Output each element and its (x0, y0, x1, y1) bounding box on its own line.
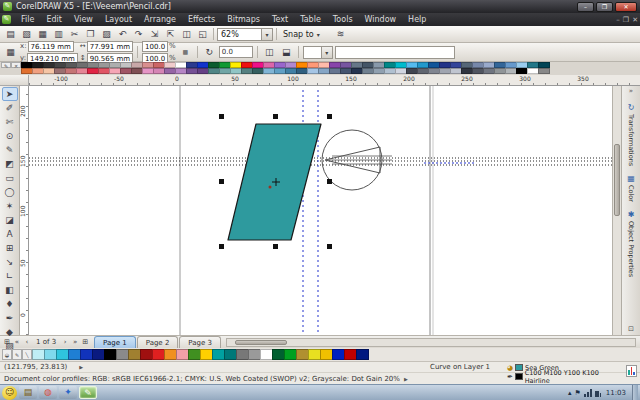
pencil-tip-lower-edge[interactable] (325, 160, 380, 173)
docker-collapse-icon[interactable]: » (629, 87, 633, 95)
paste-button[interactable]: ▨ (99, 27, 114, 41)
taskbar-explorer-icon[interactable]: ▤ (19, 386, 37, 399)
rotation-angle-field[interactable]: 0.0 (219, 46, 253, 58)
tool-blend[interactable]: ◧ (2, 283, 18, 297)
import-button[interactable]: ⇲ (147, 27, 162, 41)
menu-help[interactable]: Help (402, 15, 432, 24)
clock[interactable]: 11:03 (606, 389, 626, 397)
object-x-field[interactable]: 76.119 mm (28, 41, 74, 52)
color-swatch[interactable] (356, 349, 369, 360)
tool-basic-shapes[interactable]: ◪ (2, 213, 18, 227)
mirror-horizontal-button[interactable]: ◫ (262, 45, 277, 59)
tool-smart-fill[interactable]: ◩ (2, 157, 18, 171)
outline-width-combo[interactable]: ▾ (303, 46, 333, 59)
undo-button[interactable]: ↶ (115, 27, 130, 41)
print-button[interactable]: ▥ (51, 27, 66, 41)
vertical-ruler[interactable]: 200150100500 (20, 86, 29, 335)
palette-eyedropper-icon[interactable]: ✎ (12, 349, 22, 360)
menu-effects[interactable]: Effects (182, 15, 221, 24)
menu-table[interactable]: Table (294, 15, 327, 24)
menu-arrange[interactable]: Arrange (138, 15, 182, 24)
tool-fill[interactable]: ◆ (2, 325, 18, 339)
last-page-button[interactable]: » (70, 338, 80, 346)
horizontal-scrollbar-thumb[interactable] (235, 340, 287, 345)
no-color-swatch[interactable]: ╲ (22, 349, 32, 360)
menu-view[interactable]: View (68, 15, 99, 24)
chevron-down-icon[interactable]: ▾ (261, 29, 272, 40)
minimize-button[interactable]: – (577, 2, 594, 12)
drawing-canvas[interactable] (29, 86, 612, 335)
scale-h-field[interactable]: 100.0 (142, 41, 168, 52)
menu-edit[interactable]: Edit (40, 15, 68, 24)
copy-button[interactable]: ❐ (83, 27, 98, 41)
page-tab-2[interactable]: Page 2 (137, 336, 179, 348)
network-icon[interactable] (584, 389, 592, 397)
add-page-button-2[interactable]: ⊞ (80, 338, 90, 346)
page-tab-3[interactable]: Page 3 (179, 336, 221, 348)
docker-tab-object-properties[interactable]: ✱Object Properties (627, 210, 635, 277)
tray-expand-icon[interactable]: ▴ (568, 389, 572, 397)
next-page-button[interactable]: › (60, 338, 70, 346)
horizontal-ruler[interactable]: -100-50050100150200250300350 (29, 75, 640, 86)
tool-pick[interactable]: ➤ (2, 87, 18, 101)
palette-options-icon[interactable]: ◒ (2, 349, 12, 360)
tool-ellipse[interactable]: ◯ (2, 185, 18, 199)
doc-restore-button[interactable]: ❐ (623, 16, 629, 24)
menu-text[interactable]: Text (266, 15, 294, 24)
doc-close-button[interactable]: ✕ (632, 16, 638, 24)
redo-button[interactable]: ↷ (131, 27, 146, 41)
tool-zoom[interactable]: ⊙ (2, 129, 18, 143)
tool-connector[interactable]: ∟ (2, 269, 18, 283)
taskbar-media-icon[interactable]: ✦ (59, 386, 77, 399)
expand-arrow-icon[interactable]: ▶ (404, 376, 408, 382)
add-page-button[interactable]: ⊞ (2, 338, 12, 346)
horizontal-scrollbar[interactable] (226, 338, 636, 347)
tool-eyedropper[interactable]: ♦ (2, 297, 18, 311)
docker-tab-color[interactable]: ▦Color (627, 174, 635, 202)
tool-table[interactable]: ⊞ (2, 241, 18, 255)
tool-dimension[interactable]: ↘ (2, 255, 18, 269)
docker-tab-transformations[interactable]: ↻Transformations (627, 103, 635, 166)
action-center-icon[interactable]: ⚑ (575, 389, 581, 397)
tool-freehand[interactable]: ✎ (2, 143, 18, 157)
docker-options-icon[interactable]: ⊡ (628, 325, 634, 333)
page-tab-1[interactable]: Page 1 (94, 336, 136, 348)
vertical-scrollbar[interactable] (612, 86, 621, 335)
tool-rectangle[interactable]: ▭ (2, 171, 18, 185)
tool-polygon[interactable]: ✶ (2, 199, 18, 213)
start-button[interactable]: ☺ (2, 386, 17, 400)
chevron-down-icon[interactable]: ▾ (321, 47, 332, 58)
position-grid-icon[interactable]: ▦ (3, 45, 18, 59)
tool-outline-pen[interactable]: ✒ (2, 311, 18, 325)
close-button[interactable]: ✕ (615, 2, 637, 12)
application-launcher-button[interactable]: ◫ (179, 27, 194, 41)
open-button[interactable]: ▧ (19, 27, 34, 41)
vertical-scrollbar-thumb[interactable] (614, 144, 620, 216)
previous-page-button[interactable]: ‹ (22, 338, 32, 346)
new-button[interactable]: ▤ (3, 27, 18, 41)
save-button[interactable]: ▦ (35, 27, 50, 41)
volume-icon[interactable] (595, 389, 601, 397)
menu-window[interactable]: Window (359, 15, 403, 24)
color-swatch[interactable] (538, 68, 550, 74)
zoom-level-combo[interactable]: 62% ▾ (217, 28, 273, 41)
taskbar-chrome-icon[interactable]: ◍ (39, 386, 57, 399)
menu-bitmaps[interactable]: Bitmaps (221, 15, 266, 24)
show-desktop-button[interactable] (632, 385, 638, 400)
maximize-button[interactable]: ❐ (596, 2, 613, 12)
options-button[interactable]: ≋ (333, 27, 348, 41)
first-page-button[interactable]: « (12, 338, 22, 346)
doc-minimize-button[interactable]: – (616, 16, 620, 24)
expand-arrow-icon[interactable]: ▶ (79, 364, 83, 370)
object-width-field[interactable]: 77.991 mm (87, 41, 133, 52)
lock-ratio-button[interactable]: ■ (178, 45, 193, 59)
menu-layout[interactable]: Layout (99, 15, 138, 24)
corel-connect-button[interactable]: ◱ (195, 27, 210, 41)
outline-style-field[interactable] (335, 46, 455, 59)
ruler-origin-corner[interactable] (0, 75, 29, 86)
tool-shape[interactable]: ✐ (2, 101, 18, 115)
snap-to-dropdown[interactable]: Snap to ▾ (280, 28, 332, 41)
tool-text[interactable]: A (2, 227, 18, 241)
tool-crop[interactable]: ✄ (2, 115, 18, 129)
menu-tools[interactable]: Tools (327, 15, 359, 24)
